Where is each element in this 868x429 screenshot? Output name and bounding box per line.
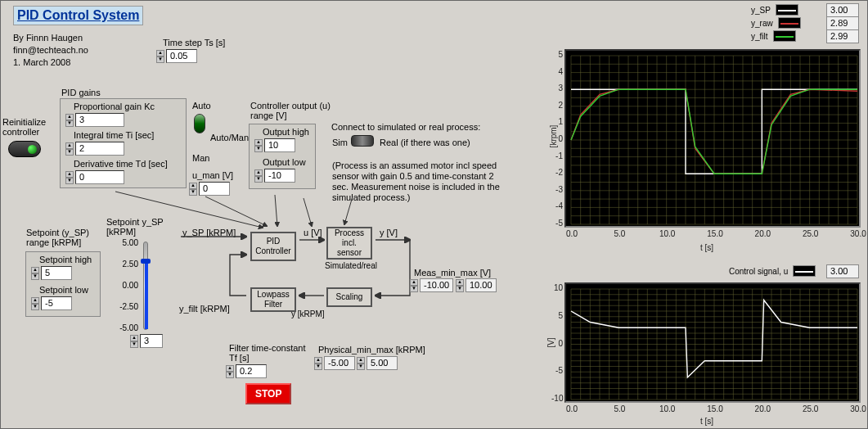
xtick: 10.0 xyxy=(657,229,678,238)
kc-value[interactable]: 3 xyxy=(75,113,124,127)
spinner-icon[interactable]: ▲▼ xyxy=(226,365,234,378)
process-sel-label: Connect to simulated or real process: xyxy=(331,122,480,132)
output-low-label: Output low xyxy=(263,157,306,167)
meas-min[interactable]: -10.00 xyxy=(420,278,453,292)
timestep-value[interactable]: 0.05 xyxy=(166,49,197,63)
meas-max-control[interactable]: ▲▼ 10.00 xyxy=(456,278,497,292)
spinner-icon[interactable]: ▲▼ xyxy=(65,142,74,156)
spinner-icon[interactable]: ▲▼ xyxy=(65,171,74,184)
ytick: 5 xyxy=(551,311,563,320)
phys-max-control[interactable]: ▲▼ 5.00 xyxy=(357,356,398,370)
slider-tick: 2.50 xyxy=(114,260,138,269)
xtick: 0.0 xyxy=(561,229,582,238)
sp-high-value[interactable]: 5 xyxy=(41,266,72,280)
meas-min-control[interactable]: ▲▼ -10.00 xyxy=(410,278,453,292)
td-control[interactable]: ▲▼ 0 xyxy=(65,170,124,184)
pid-gains-label: PID gains xyxy=(61,88,101,97)
auto-man-toggle[interactable] xyxy=(194,114,205,133)
spinner-icon[interactable]: ▲▼ xyxy=(31,297,39,310)
sp-low-value[interactable]: -5 xyxy=(41,296,72,310)
filter-tc-control[interactable]: ▲▼ 0.2 xyxy=(226,364,267,378)
xtick: 25.0 xyxy=(800,229,821,238)
xtick: 30.0 xyxy=(848,229,868,238)
xtick: 10.0 xyxy=(657,404,678,413)
legend-swatch xyxy=(778,17,801,29)
phys-min[interactable]: -5.00 xyxy=(324,356,355,370)
sim-label: Sim xyxy=(332,138,348,147)
chart-top-svg xyxy=(566,51,862,229)
man-label: Man xyxy=(192,153,209,163)
legend-value: 3.00 xyxy=(826,264,859,278)
spinner-icon[interactable]: ▲▼ xyxy=(31,267,39,280)
legend-name: y_raw xyxy=(751,19,773,28)
sp-high-control[interactable]: ▲▼ 5 xyxy=(31,266,72,280)
sp-high-label: Setpoint high xyxy=(39,255,92,264)
spinner-icon[interactable]: ▲▼ xyxy=(254,169,263,183)
date-line: 1. March 2008 xyxy=(13,56,88,69)
pointer-arrows xyxy=(99,185,369,230)
slider-tick: 0.00 xyxy=(114,281,138,290)
xtick: 30.0 xyxy=(848,404,868,413)
legend-row: y_filt xyxy=(751,30,796,42)
uman-label: u_man [V] xyxy=(192,170,233,180)
output-low-control[interactable]: ▲▼ -10 xyxy=(254,169,295,183)
filter-tc-label: Filter time-constant Tf [s] xyxy=(229,343,306,363)
legend-row: y_SP xyxy=(751,4,798,16)
phys-max[interactable]: 5.00 xyxy=(367,356,398,370)
kc-control[interactable]: ▲▼ 3 xyxy=(65,113,124,127)
output-high-value[interactable]: 10 xyxy=(264,138,295,152)
stop-button[interactable]: STOP xyxy=(245,383,291,404)
chart-bottom[interactable] xyxy=(564,282,861,403)
reinitialize-button[interactable] xyxy=(8,141,41,157)
urange-group: Output high ▲▼ 10 Output low ▲▼ -10 xyxy=(249,124,316,189)
xtick: 15.0 xyxy=(704,229,726,238)
filter-tc-value[interactable]: 0.2 xyxy=(236,364,267,378)
ti-value[interactable]: 2 xyxy=(75,142,124,156)
author-line: By Finnn Haugen xyxy=(13,32,88,44)
spinner-icon[interactable]: ▲▼ xyxy=(130,335,138,348)
output-low-value[interactable]: -10 xyxy=(264,169,295,183)
setpoint-slider[interactable] xyxy=(143,242,148,330)
ytick: 0 xyxy=(551,134,563,143)
timestep-control[interactable]: ▲▼ 0.05 xyxy=(156,49,197,63)
spinner-icon[interactable]: ▲▼ xyxy=(456,279,464,292)
legend-value: 3.00 xyxy=(826,3,859,17)
spinner-icon[interactable]: ▲▼ xyxy=(65,114,74,127)
sp-range-label: Setpoint (y_SP) range [kRPM] xyxy=(26,228,89,247)
td-label: Derivative time Td [sec] xyxy=(74,159,168,169)
sp-range-group: Setpoint high ▲▼ 5 Setpoint low ▲▼ -5 xyxy=(25,251,101,317)
ti-control[interactable]: ▲▼ 2 xyxy=(65,142,124,156)
legend-swatch xyxy=(793,265,816,277)
legend-name: y_filt xyxy=(751,32,768,41)
page-title: PID Control System xyxy=(13,6,143,25)
meas-max[interactable]: 10.00 xyxy=(465,278,497,292)
output-high-label: Output high xyxy=(263,127,309,137)
sp-low-control[interactable]: ▲▼ -5 xyxy=(31,296,72,310)
slider-value[interactable]: 3 xyxy=(140,334,163,348)
spinner-icon[interactable]: ▲▼ xyxy=(357,357,365,370)
spinner-icon[interactable]: ▲▼ xyxy=(314,357,322,370)
slider-value-control[interactable]: ▲▼ 3 xyxy=(130,334,163,348)
legend-swatch xyxy=(776,4,798,16)
output-high-control[interactable]: ▲▼ 10 xyxy=(254,138,295,152)
ytick: -5 xyxy=(551,366,563,375)
ytick: -4 xyxy=(551,201,563,210)
sim-real-switch[interactable] xyxy=(351,135,374,147)
reinit-label: Reinitialize controller xyxy=(2,117,46,137)
legend-name: y_SP xyxy=(751,6,771,15)
xtick: 25.0 xyxy=(800,404,821,413)
spinner-icon[interactable]: ▲▼ xyxy=(410,279,418,292)
chart-top[interactable] xyxy=(564,49,861,228)
td-value[interactable]: 0 xyxy=(75,170,124,184)
byline: By Finnn Haugen finn@techteach.no 1. Mar… xyxy=(13,32,88,69)
spinner-icon[interactable]: ▲▼ xyxy=(254,139,263,152)
slider-tick: 5.00 xyxy=(114,238,138,247)
ytick: -10 xyxy=(551,394,563,403)
phys-min-control[interactable]: ▲▼ -5.00 xyxy=(314,356,355,370)
ytick: -3 xyxy=(551,185,563,194)
ytick: -2 xyxy=(551,168,563,177)
ytick: -1 xyxy=(551,151,563,160)
xtick: 20.0 xyxy=(752,229,773,238)
xtick: 20.0 xyxy=(752,404,773,413)
spinner-icon[interactable]: ▲▼ xyxy=(156,50,164,63)
